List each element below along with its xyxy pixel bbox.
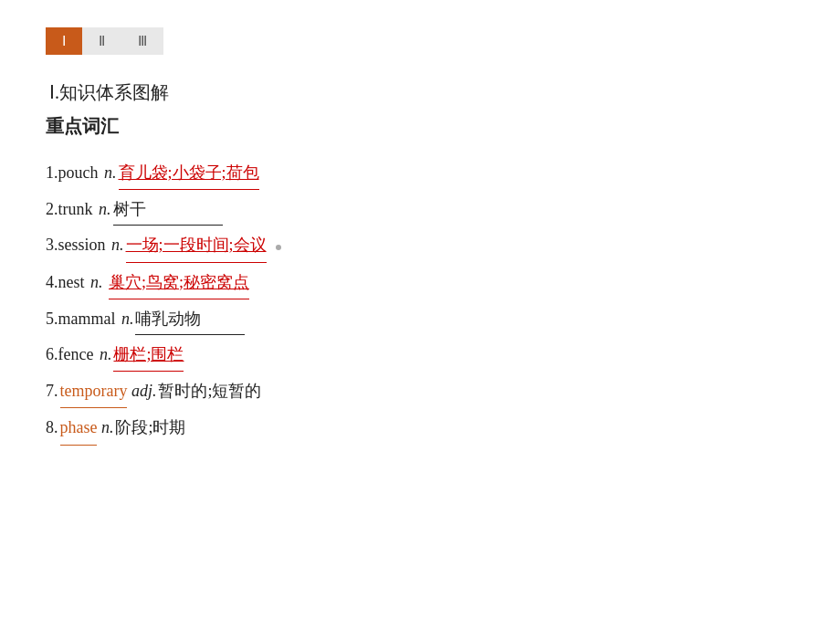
vocab-num-4: 4.nest: [46, 267, 85, 298]
vocab-meaning-7: 暂时的;短暂的: [158, 375, 261, 406]
page: Ⅰ Ⅱ Ⅲ Ⅰ.知识体系图解 重点词汇 1.pouch n. 育儿袋;小袋子;荷…: [0, 0, 840, 630]
vocab-item-8: 8. phase n. 阶段;时期: [46, 412, 794, 445]
vocab-pos-7: adj.: [127, 375, 156, 406]
vocab-num-3: 3.session: [46, 229, 106, 260]
section-subtitle: 重点词汇: [46, 114, 794, 139]
vocab-pos-8: n.: [97, 412, 113, 443]
tab-2[interactable]: Ⅱ: [82, 27, 121, 55]
vocab-item-5: 5.mammal n. 哺乳动物: [46, 303, 794, 335]
vocab-pos-4: n.: [87, 267, 108, 298]
vocab-item-1: 1.pouch n. 育儿袋;小袋子;荷包: [46, 157, 794, 190]
vocab-pos-6: n.: [95, 339, 111, 370]
vocab-meaning-8: 阶段;时期: [115, 412, 185, 443]
vocab-num-5: 5.mammal: [46, 303, 115, 334]
vocab-num-1: 1.pouch: [46, 157, 99, 188]
vocab-meaning-3: 一场;一段时间;会议: [126, 229, 267, 262]
vocab-item-2: 2.trunk n. 树干: [46, 194, 794, 226]
dot-3: [276, 245, 281, 250]
vocab-num-2: 2.trunk: [46, 194, 93, 225]
vocab-num-7: 7.: [46, 375, 58, 406]
vocab-blank-8: phase: [60, 412, 98, 445]
vocab-pos-3: n.: [108, 229, 124, 260]
vocab-item-7: 7. temporary adj. 暂时的;短暂的: [46, 375, 794, 408]
vocab-blank-7: temporary: [60, 375, 128, 408]
vocab-item-4: 4.nest n. 巢穴;鸟窝;秘密窝点: [46, 267, 794, 299]
vocab-list: 1.pouch n. 育儿袋;小袋子;荷包 2.trunk n. 树干 3.se…: [46, 157, 794, 446]
tab-1[interactable]: Ⅰ: [46, 27, 82, 55]
tab-3[interactable]: Ⅲ: [121, 27, 163, 55]
vocab-num-8: 8.: [46, 412, 58, 443]
vocab-meaning-1: 育儿袋;小袋子;荷包: [119, 157, 259, 190]
vocab-num-6: 6.fence: [46, 339, 93, 370]
vocab-pos-1: n.: [100, 157, 117, 188]
vocab-meaning-2: 树干: [113, 194, 223, 226]
vocab-meaning-5: 哺乳动物: [135, 303, 245, 335]
vocab-item-3: 3.session n. 一场;一段时间;会议: [46, 229, 794, 262]
vocab-item-6: 6.fence n. 栅栏;围栏: [46, 339, 794, 372]
vocab-pos-2: n.: [95, 194, 111, 225]
vocab-meaning-4: 巢穴;鸟窝;秘密窝点: [109, 267, 249, 299]
tab-bar: Ⅰ Ⅱ Ⅲ: [46, 27, 794, 55]
section-title: Ⅰ.知识体系图解: [46, 80, 794, 105]
vocab-meaning-6: 栅栏;围栏: [113, 339, 184, 372]
vocab-pos-5: n.: [117, 303, 133, 334]
